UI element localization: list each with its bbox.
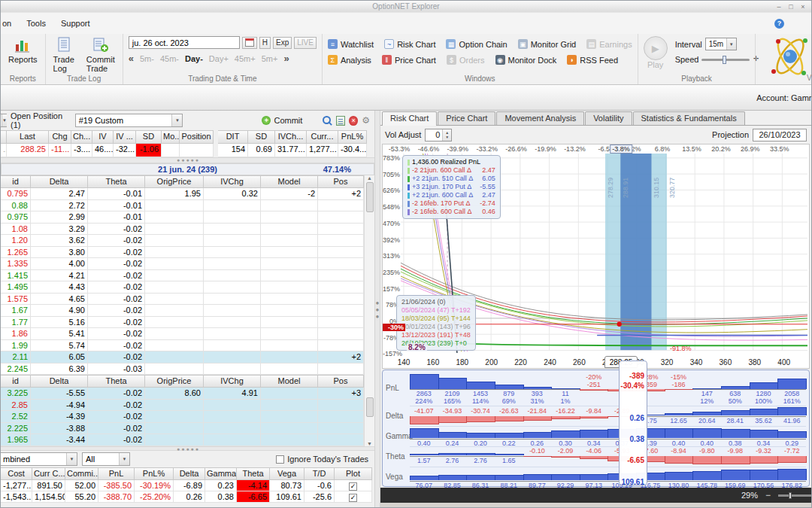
totals-cell[interactable]: ✓: [335, 491, 372, 503]
scrollbar-vertical[interactable]: ▲: [364, 175, 374, 375]
strategy-filter-select[interactable]: mbined▼: [1, 452, 77, 466]
commit-button[interactable]: +Commit: [259, 115, 305, 126]
time-button[interactable]: H: [259, 37, 271, 49]
trade-log-button[interactable]: Trade Log: [51, 36, 77, 74]
chain-row[interactable]: 1.965-3.44-0.02: [1, 434, 364, 446]
chain-row[interactable]: 2.116.05-0.02+2: [1, 351, 364, 364]
summary-cell[interactable]: 1,277...: [307, 144, 338, 157]
checkbox-checked-icon[interactable]: ✓: [349, 494, 357, 502]
windows-button-monitorgrid[interactable]: ▣Monitor Grid: [518, 36, 577, 52]
nav-arrow[interactable]: «: [129, 53, 134, 64]
leg-filter-select[interactable]: All▼: [82, 452, 130, 466]
windows-button-optionchain[interactable]: ▦Option Chain: [446, 36, 507, 52]
commit-trade-button[interactable]: Commit Trade: [84, 36, 117, 74]
totals-row[interactable]: -1,543....1,154.5055.20-388.70-25.20%0.2…: [1, 491, 374, 503]
panel-combo-stub[interactable]: ▼: [1, 114, 7, 127]
menu-item-support[interactable]: Support: [53, 16, 98, 31]
nav-45m+[interactable]: 45m+: [235, 54, 256, 63]
risk-chart[interactable]: 278.29288.91310.15320.77 1,436.00 Realiz…: [382, 144, 810, 369]
tab-risk-chart[interactable]: Risk Chart: [382, 111, 437, 126]
chain-row[interactable]: 1.4954.43-0.02: [1, 281, 364, 294]
nav-5m+[interactable]: 5m+: [262, 54, 278, 63]
help-icon[interactable]: ?: [774, 19, 784, 29]
maximize-button[interactable]: □: [786, 3, 795, 11]
zoom-slider-thumb[interactable]: [789, 492, 792, 499]
nav-arrow[interactable]: »: [283, 53, 289, 64]
chain-row[interactable]: 1.865.41-0.02: [1, 328, 364, 340]
slider-thumb[interactable]: [723, 56, 726, 64]
summary-cell[interactable]: 31.77...: [275, 144, 307, 157]
summary-row[interactable]: ...288.25-11...-3....46....-32...-1.0615…: [1, 144, 374, 157]
totals-row[interactable]: -1,277....891.5052.00-385.50-30.19%-6.89…: [1, 480, 374, 491]
chain-row[interactable]: 1.3354.00-0.02: [1, 258, 364, 270]
chain-row[interactable]: 2.225-3.88-0.02: [1, 423, 364, 435]
windows-button-pricechart[interactable]: ‖Price Chart: [382, 52, 436, 68]
trading-date-input[interactable]: ju. 26 oct. 2023: [129, 36, 240, 49]
chain-row[interactable]: 1.2653.80-0.02: [1, 247, 364, 259]
strategy-select[interactable]: #19 Custom▼: [75, 114, 183, 127]
close-button[interactable]: ×: [798, 3, 807, 11]
nav-45m-[interactable]: 45m-: [160, 54, 179, 63]
panel-splitter[interactable]: ●●●: [374, 111, 380, 508]
windows-button-riskchart[interactable]: ~Risk Chart: [384, 36, 435, 52]
chain-row[interactable]: 1.203.62-0.02: [1, 235, 364, 247]
vol-adjust-spinner[interactable]: 0▲▼: [425, 129, 452, 141]
checkbox-checked-icon[interactable]: ✓: [349, 482, 357, 491]
tab-volatility[interactable]: Volatility: [585, 111, 632, 125]
tab-movement-analysis[interactable]: Movement Analysis: [496, 111, 584, 125]
play-button[interactable]: ▶ Play: [644, 36, 668, 69]
calendar-button[interactable]: [242, 37, 257, 49]
tab-statistics-fundamentals[interactable]: Statistics & Fundamentals: [633, 111, 745, 125]
chain-row[interactable]: 1.995.74-0.02: [1, 340, 364, 352]
summary-cell[interactable]: 288.25: [7, 144, 49, 157]
summary-cell[interactable]: -32...: [114, 144, 136, 157]
summary-cell[interactable]: ...: [1, 144, 7, 157]
chain-row[interactable]: 0.7952.47-0.011.950.32-2+2: [1, 188, 364, 200]
tab-price-chart[interactable]: Price Chart: [438, 111, 495, 125]
chain-row[interactable]: 1.4154.21-0.02: [1, 270, 364, 282]
summary-cell[interactable]: 46....: [92, 144, 114, 157]
nav-5m-[interactable]: 5m-: [140, 54, 154, 63]
chain-row[interactable]: 2.2456.39-0.03: [1, 364, 364, 376]
scrollbar-vertical[interactable]: ▼: [364, 375, 374, 446]
chain-row[interactable]: 3.225-5.55-0.028.604.91+3: [1, 388, 364, 400]
chain-row[interactable]: 1.5754.65-0.02: [1, 294, 364, 306]
zoom-slider[interactable]: [778, 494, 811, 497]
checkbox-icon[interactable]: [276, 455, 284, 464]
position-legend[interactable]: 1,436.00 Realized PnL-2 21jun. 600 Call …: [402, 155, 501, 219]
menu-item-on[interactable]: on: [0, 16, 19, 31]
projection-date-input[interactable]: 26/10/2023: [753, 129, 807, 141]
windows-button-analysis[interactable]: ΣAnalysis: [328, 52, 371, 68]
summary-cell[interactable]: -1.06: [136, 144, 162, 157]
ignore-trades-toggle[interactable]: Ignore Today's Trades: [276, 455, 368, 464]
chain-row[interactable]: 0.882.72-0.01: [1, 200, 364, 212]
summary-cell[interactable]: [180, 144, 214, 157]
minimize-button[interactable]: –: [774, 3, 783, 11]
summary-cell[interactable]: 154: [218, 144, 248, 157]
expiration-dates-legend[interactable]: 21/06/2024 (0)05/05/2024 (47) T+19218/03…: [396, 295, 476, 351]
chain-row[interactable]: 0.9752.99-0.01: [1, 211, 364, 224]
chain-row[interactable]: 2.52-4.39-0.02: [1, 411, 364, 423]
summary-cell[interactable]: [162, 144, 180, 157]
gear-icon[interactable]: ⚙: [362, 116, 370, 125]
menu-item-tools[interactable]: Tools: [19, 16, 53, 31]
totals-cell[interactable]: ✓: [335, 480, 372, 491]
zoom-out-icon[interactable]: −: [765, 490, 771, 500]
spinner-arrows-icon[interactable]: ▲▼: [442, 129, 451, 141]
windows-button-watchlist[interactable]: ≡Watchlist: [328, 36, 374, 52]
live-button[interactable]: LIVE: [294, 37, 317, 49]
search-icon[interactable]: [323, 116, 332, 126]
chain-row[interactable]: 1.083.29-0.02: [1, 224, 364, 236]
chain-row[interactable]: 2.85-4.94-0.02: [1, 400, 364, 412]
chain-row[interactable]: 1.674.90-0.02: [1, 305, 364, 317]
interval-select[interactable]: 15m▼: [705, 38, 737, 50]
close-icon[interactable]: ×: [349, 116, 358, 126]
chain-row[interactable]: 1.775.16-0.02: [1, 317, 364, 329]
summary-cell[interactable]: -11...: [49, 144, 71, 157]
nav-Day+[interactable]: Day+: [209, 54, 229, 63]
exp-button[interactable]: Exp: [273, 37, 292, 49]
summary-cell[interactable]: 0.69: [248, 144, 275, 157]
summary-cell[interactable]: -3....: [71, 144, 92, 157]
windows-button-rss[interactable]: ◗RSS Feed: [567, 52, 618, 68]
export-icon[interactable]: [336, 116, 345, 126]
